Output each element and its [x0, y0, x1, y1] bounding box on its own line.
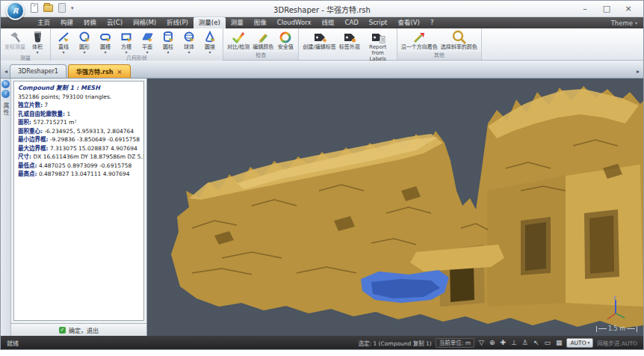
- prop-label: 最大边界框:: [18, 145, 49, 152]
- zoom-icon[interactable]: ⊕: [489, 338, 496, 347]
- round-slot-tool-button[interactable]: 圆槽 ▾: [95, 30, 116, 55]
- auto-dropdown[interactable]: AUTO ▾: [566, 338, 593, 348]
- prop-label: 孔或自由轮廓数量:: [18, 111, 65, 117]
- grid-icon[interactable]: ▦: [555, 338, 563, 347]
- ribbon-group-inspect: 对比/检测 编辑颜色 安全值 检查: [223, 28, 299, 60]
- auto-label: AUTO: [570, 339, 586, 347]
- menu-help[interactable]: ?: [425, 17, 439, 28]
- menu-view[interactable]: 查看(V): [392, 17, 424, 28]
- qat-caret-icon[interactable]: ▾: [71, 5, 74, 11]
- scale-line: [598, 328, 607, 329]
- tab-close-icon[interactable]: ×: [117, 68, 123, 76]
- help-icon[interactable]: ?: [1, 90, 10, 98]
- left-icon-strip: ↻ ? 属性: [1, 79, 11, 336]
- pan-icon[interactable]: ✚: [499, 338, 507, 347]
- cursor-icon[interactable]: ↖: [533, 338, 540, 347]
- properties-content: Compound 复制 1 : MESH 352186 points; 7931…: [13, 81, 144, 321]
- menu-construct[interactable]: 构建: [55, 17, 78, 28]
- app-logo-icon[interactable]: R: [6, 1, 25, 20]
- prop-row: 孔或自由轮廓数量: 1: [18, 110, 140, 119]
- line-tool-button[interactable]: 直线 ▾: [53, 30, 74, 55]
- menu-transform[interactable]: 转换: [78, 17, 102, 28]
- safety-icon: [279, 30, 292, 44]
- label-appearance-button[interactable]: 标签外观: [338, 30, 362, 50]
- confirm-exit-button[interactable]: ✓ 确定，退出: [11, 323, 146, 336]
- object-summary: 352186 points; 793100 triangles.: [18, 93, 140, 101]
- circle-tool-button[interactable]: 圆形 ▾: [74, 30, 95, 55]
- prop-value: 0.4879827 13.047111 4.907694: [39, 171, 130, 177]
- sphere-tool-button[interactable]: 球体 ▾: [179, 30, 199, 55]
- status-ready: 就绪: [7, 339, 19, 347]
- ribbon-group-measure: 坐标测量 体积 ▾ 测量: [1, 28, 51, 60]
- edit-colors-button[interactable]: 编辑颜色: [251, 30, 275, 50]
- prop-value: -9.29836 -3.850649 -0.6915758: [50, 136, 140, 143]
- color-along-direction-button[interactable]: 沿一个方向着色: [400, 30, 439, 50]
- menu-mesh[interactable]: 网格(M): [128, 17, 161, 28]
- properties-panel: Compound 复制 1 : MESH 352186 points; 7931…: [11, 79, 147, 336]
- volume-button[interactable]: 体积 ▾: [27, 30, 48, 55]
- slope-color-icon: [451, 30, 467, 44]
- menu-script[interactable]: Script: [364, 17, 393, 28]
- document-tab-bar: ◂ 3DReshaper1 华强方特.rsh × ▸: [1, 61, 643, 79]
- label-style-icon: [342, 30, 357, 44]
- prop-row: 最小边界框: -9.29836 -3.850649 -0.6915758: [18, 135, 140, 144]
- selection-box-icon[interactable]: ▭: [543, 338, 551, 347]
- cylinder-tool-button[interactable]: 圆柱 ▾: [158, 30, 179, 55]
- ribbon-group-labels: 创建/编辑标签 标签外观 Report from Labels 标签: [299, 28, 397, 60]
- tab-huaqiangfangte[interactable]: 华强方特.rsh ×: [68, 64, 131, 78]
- tab-scroll-right-icon[interactable]: ▸: [634, 68, 642, 78]
- refresh-icon[interactable]: ↻: [1, 80, 10, 88]
- rect-slot-tool-button[interactable]: 方槽 ▾: [116, 30, 137, 55]
- safety-value-button[interactable]: 安全值: [275, 30, 296, 50]
- prop-value: 7: [44, 102, 48, 108]
- edit-colors-icon: [256, 30, 270, 44]
- status-bar: 就绪 选定: 1 (Compound 复制 1) 当前单位: m ▽ ⊕ ✚ ⊥…: [1, 336, 643, 349]
- create-edit-label-button[interactable]: 创建/编辑标签: [301, 30, 337, 50]
- 3d-viewport[interactable]: z 1.5 m: [147, 79, 643, 336]
- theme-label: Theme: [611, 19, 633, 27]
- menu-cad[interactable]: CAD: [339, 17, 363, 28]
- menu-home[interactable]: 主页: [32, 17, 55, 28]
- scale-line: [627, 328, 635, 329]
- tab-3dreshaper1[interactable]: 3DReshaper1: [10, 64, 66, 78]
- open-file-icon[interactable]: [43, 4, 53, 12]
- menu-measure-active[interactable]: 测量(e): [193, 17, 226, 28]
- menu-image[interactable]: 图像: [249, 17, 272, 28]
- properties-panel-tab[interactable]: 属性: [1, 102, 10, 116]
- menu-polyline[interactable]: 折线(P): [161, 17, 193, 28]
- maximize-button[interactable]: □: [596, 2, 617, 16]
- menu-cable[interactable]: 线缆: [316, 17, 339, 28]
- minimize-button[interactable]: –: [575, 2, 595, 16]
- cone-tool-button[interactable]: 圆锥 ▾: [199, 30, 220, 55]
- save-file-icon[interactable]: [58, 3, 66, 13]
- filter-icon[interactable]: ▽: [478, 338, 485, 347]
- coordinate-measure-button[interactable]: 坐标测量: [3, 30, 27, 50]
- prop-label: 面积:: [18, 119, 31, 126]
- compare-inspect-button[interactable]: 对比/检测: [226, 30, 251, 50]
- menu-survey[interactable]: 测量: [226, 17, 249, 28]
- menu-cloudworx[interactable]: CloudWorx: [272, 17, 317, 28]
- prop-row: 尺寸: DX 16.611436m DY 18.879586m DZ 5.599…: [18, 153, 140, 162]
- prop-label: 尺寸:: [18, 153, 31, 160]
- status-units[interactable]: 当前单位: m: [436, 338, 474, 348]
- walkthrough-icon[interactable]: ♙: [521, 338, 529, 347]
- new-file-icon[interactable]: [31, 3, 38, 13]
- slope-color-button[interactable]: 选择斜率的颜色: [439, 30, 479, 50]
- prop-value: 1: [66, 111, 70, 117]
- report-from-labels-label: Report from Labels: [363, 44, 393, 62]
- app-window: R ▾ 3DReshaper - 华强方特.rsh – □ × 主页 构建 转换…: [0, 0, 644, 350]
- theme-dropdown[interactable]: Theme ▾: [605, 17, 643, 28]
- prop-row: 面积重心: -6.234925, 5.959313, 2.804764: [18, 127, 140, 136]
- report-from-labels-button[interactable]: Report from Labels: [362, 30, 394, 62]
- plane-tool-button[interactable]: 平面 ▾: [137, 30, 158, 55]
- tab-scroll-left-icon[interactable]: ◂: [2, 68, 10, 78]
- menu-cloud[interactable]: 云(C): [102, 17, 128, 28]
- round-slot-icon: [99, 30, 112, 44]
- cylinder-icon: [162, 30, 175, 44]
- axis-triad: z: [603, 294, 628, 322]
- close-button[interactable]: ×: [618, 2, 639, 16]
- check-icon: ✓: [59, 327, 66, 334]
- plane-icon: [141, 30, 154, 44]
- anchor-icon[interactable]: ⊥: [510, 338, 518, 347]
- title-bar: R ▾ 3DReshaper - 华强方特.rsh – □ ×: [1, 1, 643, 17]
